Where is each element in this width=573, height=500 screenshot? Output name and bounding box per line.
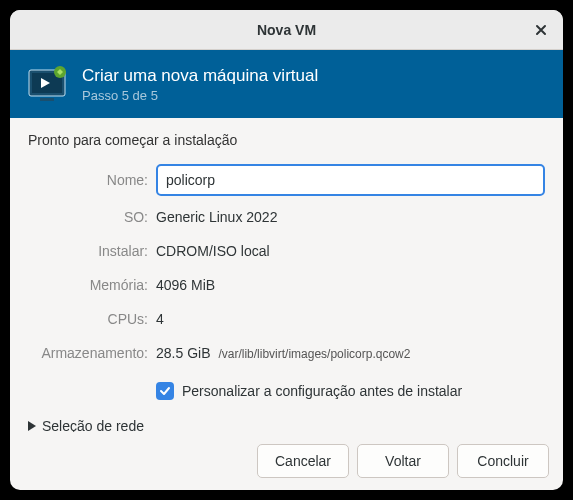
back-button[interactable]: Voltar bbox=[357, 444, 449, 478]
network-expander-label: Seleção de rede bbox=[42, 418, 144, 432]
customize-label: Personalizar a configuração antes de ins… bbox=[182, 383, 462, 399]
memory-label: Memória: bbox=[28, 277, 156, 293]
os-value: Generic Linux 2022 bbox=[156, 209, 545, 225]
header-banner: Criar uma nova máquina virtual Passo 5 d… bbox=[10, 50, 563, 118]
memory-value: 4096 MiB bbox=[156, 277, 545, 293]
storage-size: 28.5 GiB bbox=[156, 345, 210, 361]
vm-icon bbox=[26, 62, 70, 106]
check-icon bbox=[159, 385, 171, 397]
storage-value: 28.5 GiB /var/lib/libvirt/images/policor… bbox=[156, 345, 545, 361]
content-area: Pronto para começar a instalação Nome: S… bbox=[10, 118, 563, 432]
install-label: Instalar: bbox=[28, 243, 156, 259]
window-title: Nova VM bbox=[257, 22, 316, 38]
footer: Cancelar Voltar Concluir bbox=[10, 432, 563, 490]
install-value: CDROM/ISO local bbox=[156, 243, 545, 259]
close-button[interactable] bbox=[529, 18, 553, 42]
banner-text: Criar uma nova máquina virtual Passo 5 d… bbox=[82, 66, 318, 103]
name-label: Nome: bbox=[28, 172, 156, 188]
network-expander[interactable]: Seleção de rede bbox=[28, 418, 545, 432]
name-input[interactable] bbox=[156, 164, 545, 196]
customize-row: Personalizar a configuração antes de ins… bbox=[156, 382, 462, 400]
dialog-window: Nova VM Criar uma nova máquina virtual P… bbox=[10, 10, 563, 490]
storage-path: /var/lib/libvirt/images/policorp.qcow2 bbox=[218, 347, 410, 361]
finish-button[interactable]: Concluir bbox=[457, 444, 549, 478]
close-icon bbox=[534, 23, 548, 37]
cpus-value: 4 bbox=[156, 311, 545, 327]
svg-rect-3 bbox=[40, 98, 54, 101]
cancel-button[interactable]: Cancelar bbox=[257, 444, 349, 478]
storage-label: Armazenamento: bbox=[28, 345, 156, 361]
banner-title: Criar uma nova máquina virtual bbox=[82, 66, 318, 86]
ready-label: Pronto para começar a instalação bbox=[28, 132, 545, 148]
cpus-label: CPUs: bbox=[28, 311, 156, 327]
triangle-right-icon bbox=[28, 418, 36, 432]
banner-subtitle: Passo 5 de 5 bbox=[82, 88, 318, 103]
customize-checkbox[interactable] bbox=[156, 382, 174, 400]
titlebar: Nova VM bbox=[10, 10, 563, 50]
os-label: SO: bbox=[28, 209, 156, 225]
svg-marker-5 bbox=[28, 421, 36, 431]
